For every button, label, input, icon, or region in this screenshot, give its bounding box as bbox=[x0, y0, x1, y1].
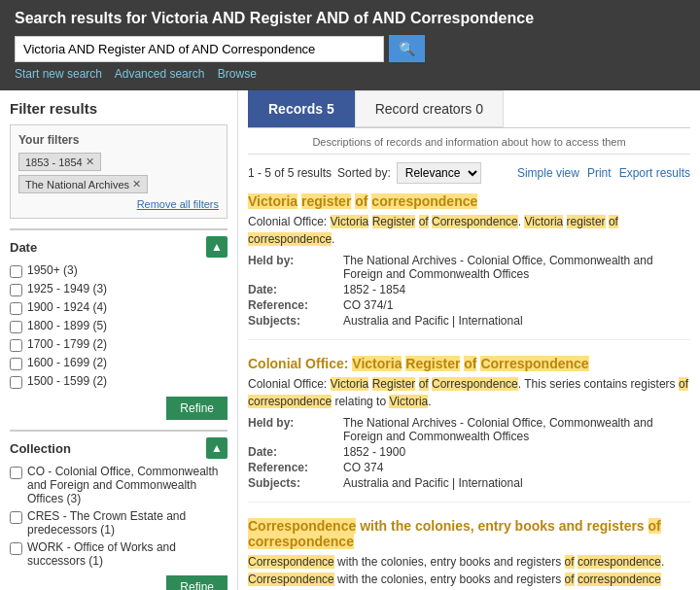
collection-refine-button[interactable]: Refine bbox=[166, 575, 228, 590]
view-links: Simple view Print Export results bbox=[517, 166, 690, 180]
filter-option-1600[interactable]: 1600 - 1699 (2) bbox=[10, 356, 228, 370]
filter-checkbox-1900[interactable] bbox=[10, 302, 22, 315]
subjects-value-2: Australia and Pacific | International bbox=[343, 476, 690, 490]
reference-value-1: CO 374/1 bbox=[343, 298, 690, 312]
result-item-3: Correspondence with the colonies, entry … bbox=[248, 518, 690, 590]
browse-link[interactable]: Browse bbox=[218, 67, 257, 81]
result-item-1: Victoria register of correspondence Colo… bbox=[248, 193, 690, 340]
filter-checkbox-1950[interactable] bbox=[10, 265, 22, 278]
result-meta-2: Held by: The National Archives - Colonia… bbox=[248, 416, 690, 490]
filter-checkbox-1800[interactable] bbox=[10, 321, 22, 333]
result-title-link-2[interactable]: Colonial Office: Victoria Register of Co… bbox=[248, 356, 589, 371]
filter-tag-date-label: 1853 - 1854 bbox=[25, 156, 83, 168]
filter-option-1925[interactable]: 1925 - 1949 (3) bbox=[10, 282, 228, 296]
result-title-link-3[interactable]: Correspondence with the colonies, entry … bbox=[248, 518, 661, 549]
filter-checkbox-co[interactable] bbox=[10, 467, 22, 479]
filter-tag-archive-remove[interactable]: ✕ bbox=[132, 178, 141, 191]
filter-tag-date: 1853 - 1854 ✕ bbox=[18, 153, 101, 171]
filter-option-1700[interactable]: 1700 - 1799 (2) bbox=[10, 337, 228, 352]
filter-section-date-chevron: ▲ bbox=[206, 236, 228, 258]
search-input[interactable] bbox=[15, 36, 384, 62]
subjects-value-1: Australia and Pacific | International bbox=[343, 314, 690, 328]
filter-section-date-header[interactable]: Date ▲ bbox=[10, 236, 228, 258]
filter-option-co[interactable]: CO - Colonial Office, Commonwealth and F… bbox=[10, 465, 228, 505]
filter-tag-date-remove[interactable]: ✕ bbox=[86, 156, 94, 168]
sidebar: Filter results Your filters 1853 - 1854 … bbox=[0, 90, 238, 590]
date-refine-button[interactable]: Refine bbox=[166, 397, 228, 420]
main-content: Records 5 Record creators 0 Descriptions… bbox=[238, 90, 700, 590]
result-snippet-1: Colonial Office: Victoria Register of Co… bbox=[248, 213, 690, 248]
result-title-2: Colonial Office: Victoria Register of Co… bbox=[248, 356, 690, 371]
filter-section-collection: Collection ▲ CO - Colonial Office, Commo… bbox=[10, 430, 228, 590]
held-by-label-2: Held by: bbox=[248, 416, 335, 443]
filter-checkbox-1500[interactable] bbox=[10, 376, 22, 389]
filter-section-collection-options: CO - Colonial Office, Commonwealth and F… bbox=[10, 465, 228, 568]
remove-all-filters-link[interactable]: Remove all filters bbox=[18, 198, 219, 210]
result-meta-1: Held by: The National Archives - Colonia… bbox=[248, 254, 690, 328]
main-layout: Filter results Your filters 1853 - 1854 … bbox=[0, 90, 700, 590]
filter-tags: 1853 - 1854 ✕ The National Archives ✕ bbox=[18, 153, 219, 193]
date-value-1: 1852 - 1854 bbox=[343, 283, 690, 296]
results-count: 1 - 5 of 5 results bbox=[248, 166, 332, 180]
filter-option-1950[interactable]: 1950+ (3) bbox=[10, 263, 228, 278]
export-results-link[interactable]: Export results bbox=[619, 166, 690, 180]
filter-tag-archive-label: The National Archives bbox=[25, 179, 129, 191]
date-label-1: Date: bbox=[248, 283, 335, 296]
held-by-value-1: The National Archives - Colonial Office,… bbox=[343, 254, 690, 281]
subjects-label-2: Subjects: bbox=[248, 476, 335, 490]
filter-option-cres[interactable]: CRES - The Crown Estate and predecessors… bbox=[10, 509, 228, 537]
filter-section-date-title: Date bbox=[10, 240, 37, 255]
search-button[interactable]: 🔍 bbox=[389, 35, 425, 62]
filter-section-date: Date ▲ 1950+ (3) 1925 - 1949 (3) 1900 - … bbox=[10, 228, 228, 420]
tabs: Records 5 Record creators 0 bbox=[248, 90, 690, 128]
filter-option-1800[interactable]: 1800 - 1899 (5) bbox=[10, 319, 228, 333]
advanced-search-link[interactable]: Advanced search bbox=[115, 67, 205, 81]
filter-checkbox-1600[interactable] bbox=[10, 358, 22, 370]
result-title-link-1[interactable]: Victoria register of correspondence bbox=[248, 193, 477, 209]
result-title-1: Victoria register of correspondence bbox=[248, 193, 690, 209]
filter-option-1500[interactable]: 1500 - 1599 (2) bbox=[10, 374, 228, 389]
filter-results-title: Filter results bbox=[10, 100, 228, 117]
filter-checkbox-work[interactable] bbox=[10, 542, 22, 555]
subjects-label-1: Subjects: bbox=[248, 314, 335, 328]
reference-label-1: Reference: bbox=[248, 298, 335, 312]
your-filters-label: Your filters bbox=[18, 133, 219, 147]
date-value-2: 1852 - 1900 bbox=[343, 445, 690, 459]
result-item-2: Colonial Office: Victoria Register of Co… bbox=[248, 356, 690, 503]
sort-select[interactable]: Relevance Date Title bbox=[397, 162, 481, 184]
tab-records[interactable]: Records 5 bbox=[248, 90, 355, 127]
result-snippet-2: Colonial Office: Victoria Register of Co… bbox=[248, 375, 690, 410]
reference-value-2: CO 374 bbox=[343, 461, 690, 474]
result-snippet-3: Correspondence with the colonies, entry … bbox=[248, 553, 690, 590]
filter-checkbox-1925[interactable] bbox=[10, 284, 22, 296]
header: Search results for Victoria AND Register… bbox=[0, 0, 700, 90]
filter-section-collection-header[interactable]: Collection ▲ bbox=[10, 437, 228, 459]
sorted-by-label: Sorted by: bbox=[337, 166, 391, 180]
your-filters-section: Your filters 1853 - 1854 ✕ The National … bbox=[10, 124, 228, 219]
tab-record-creators[interactable]: Record creators 0 bbox=[355, 90, 504, 127]
header-links: Start new search Advanced search Browse bbox=[15, 67, 685, 81]
filter-section-collection-chevron: ▲ bbox=[206, 437, 228, 459]
reference-label-2: Reference: bbox=[248, 461, 335, 474]
simple-view-link[interactable]: Simple view bbox=[517, 166, 579, 180]
held-by-label-1: Held by: bbox=[248, 254, 335, 281]
held-by-value-2: The National Archives - Colonial Office,… bbox=[343, 416, 690, 443]
result-title-3: Correspondence with the colonies, entry … bbox=[248, 518, 690, 549]
tab-description: Descriptions of records and information … bbox=[248, 136, 690, 155]
filter-option-1900[interactable]: 1900 - 1924 (4) bbox=[10, 300, 228, 315]
page-title: Search results for Victoria AND Register… bbox=[15, 10, 685, 27]
date-label-2: Date: bbox=[248, 445, 335, 459]
filter-checkbox-1700[interactable] bbox=[10, 339, 22, 352]
filter-section-date-options: 1950+ (3) 1925 - 1949 (3) 1900 - 1924 (4… bbox=[10, 263, 228, 389]
print-link[interactable]: Print bbox=[587, 166, 612, 180]
start-new-search-link[interactable]: Start new search bbox=[15, 67, 102, 81]
filter-section-collection-title: Collection bbox=[10, 441, 71, 456]
filter-option-work[interactable]: WORK - Office of Works and successors (1… bbox=[10, 540, 228, 568]
filter-checkbox-cres[interactable] bbox=[10, 511, 22, 524]
search-bar: 🔍 bbox=[15, 35, 685, 62]
results-bar: 1 - 5 of 5 results Sorted by: Relevance … bbox=[248, 162, 690, 184]
filter-tag-archive: The National Archives ✕ bbox=[18, 175, 148, 193]
